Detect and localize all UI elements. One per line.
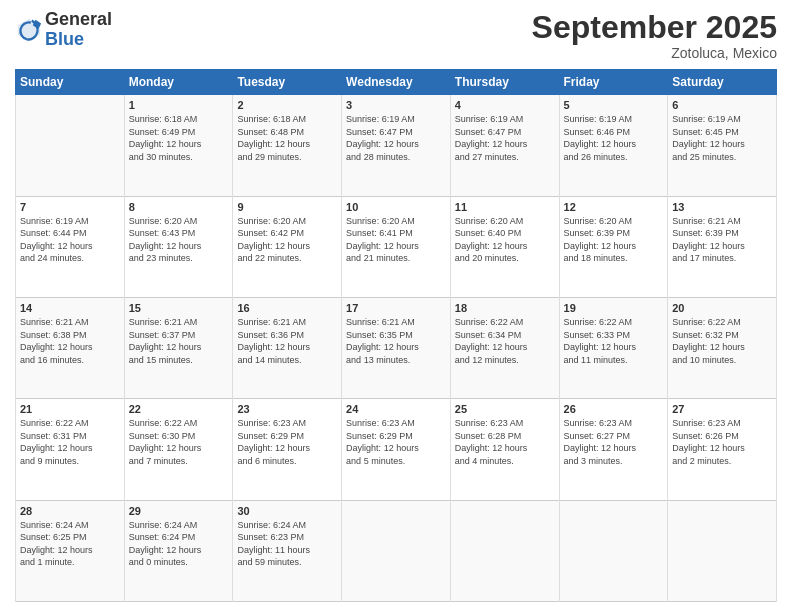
calendar-cell: 22Sunrise: 6:22 AMSunset: 6:30 PMDayligh…: [124, 399, 233, 500]
page: General Blue September 2025 Zotoluca, Me…: [0, 0, 792, 612]
cell-content: Sunrise: 6:23 AMSunset: 6:29 PMDaylight:…: [346, 417, 446, 467]
cell-content: Sunrise: 6:22 AMSunset: 6:34 PMDaylight:…: [455, 316, 555, 366]
calendar-cell: 7Sunrise: 6:19 AMSunset: 6:44 PMDaylight…: [16, 196, 125, 297]
cell-content: Sunrise: 6:21 AMSunset: 6:36 PMDaylight:…: [237, 316, 337, 366]
calendar-cell: 13Sunrise: 6:21 AMSunset: 6:39 PMDayligh…: [668, 196, 777, 297]
cell-content: Sunrise: 6:23 AMSunset: 6:29 PMDaylight:…: [237, 417, 337, 467]
cell-content: Sunrise: 6:19 AMSunset: 6:46 PMDaylight:…: [564, 113, 664, 163]
day-number: 8: [129, 201, 229, 213]
cell-content: Sunrise: 6:19 AMSunset: 6:45 PMDaylight:…: [672, 113, 772, 163]
day-number: 9: [237, 201, 337, 213]
calendar-cell: 23Sunrise: 6:23 AMSunset: 6:29 PMDayligh…: [233, 399, 342, 500]
header-cell-wednesday: Wednesday: [342, 70, 451, 95]
month-title: September 2025: [532, 10, 777, 45]
day-number: 13: [672, 201, 772, 213]
calendar-cell: 5Sunrise: 6:19 AMSunset: 6:46 PMDaylight…: [559, 95, 668, 196]
week-row-5: 28Sunrise: 6:24 AMSunset: 6:25 PMDayligh…: [16, 500, 777, 601]
cell-content: Sunrise: 6:22 AMSunset: 6:33 PMDaylight:…: [564, 316, 664, 366]
header-row: SundayMondayTuesdayWednesdayThursdayFrid…: [16, 70, 777, 95]
cell-content: Sunrise: 6:19 AMSunset: 6:44 PMDaylight:…: [20, 215, 120, 265]
calendar-cell: 12Sunrise: 6:20 AMSunset: 6:39 PMDayligh…: [559, 196, 668, 297]
calendar-cell: [450, 500, 559, 601]
day-number: 27: [672, 403, 772, 415]
day-number: 14: [20, 302, 120, 314]
calendar-cell: 9Sunrise: 6:20 AMSunset: 6:42 PMDaylight…: [233, 196, 342, 297]
day-number: 5: [564, 99, 664, 111]
day-number: 30: [237, 505, 337, 517]
day-number: 7: [20, 201, 120, 213]
calendar-cell: 27Sunrise: 6:23 AMSunset: 6:26 PMDayligh…: [668, 399, 777, 500]
header-cell-saturday: Saturday: [668, 70, 777, 95]
day-number: 17: [346, 302, 446, 314]
calendar-cell: 3Sunrise: 6:19 AMSunset: 6:47 PMDaylight…: [342, 95, 451, 196]
cell-content: Sunrise: 6:24 AMSunset: 6:23 PMDaylight:…: [237, 519, 337, 569]
header-cell-sunday: Sunday: [16, 70, 125, 95]
day-number: 10: [346, 201, 446, 213]
calendar-cell: 17Sunrise: 6:21 AMSunset: 6:35 PMDayligh…: [342, 297, 451, 398]
day-number: 1: [129, 99, 229, 111]
calendar-cell: 24Sunrise: 6:23 AMSunset: 6:29 PMDayligh…: [342, 399, 451, 500]
logo: General Blue: [15, 10, 112, 50]
cell-content: Sunrise: 6:19 AMSunset: 6:47 PMDaylight:…: [455, 113, 555, 163]
day-number: 18: [455, 302, 555, 314]
calendar-cell: 16Sunrise: 6:21 AMSunset: 6:36 PMDayligh…: [233, 297, 342, 398]
calendar-cell: 25Sunrise: 6:23 AMSunset: 6:28 PMDayligh…: [450, 399, 559, 500]
logo-icon: [15, 16, 43, 44]
cell-content: Sunrise: 6:21 AMSunset: 6:37 PMDaylight:…: [129, 316, 229, 366]
location: Zotoluca, Mexico: [532, 45, 777, 61]
week-row-2: 7Sunrise: 6:19 AMSunset: 6:44 PMDaylight…: [16, 196, 777, 297]
day-number: 29: [129, 505, 229, 517]
calendar-cell: 4Sunrise: 6:19 AMSunset: 6:47 PMDaylight…: [450, 95, 559, 196]
cell-content: Sunrise: 6:20 AMSunset: 6:41 PMDaylight:…: [346, 215, 446, 265]
cell-content: Sunrise: 6:23 AMSunset: 6:26 PMDaylight:…: [672, 417, 772, 467]
cell-content: Sunrise: 6:22 AMSunset: 6:32 PMDaylight:…: [672, 316, 772, 366]
day-number: 4: [455, 99, 555, 111]
day-number: 20: [672, 302, 772, 314]
cell-content: Sunrise: 6:21 AMSunset: 6:38 PMDaylight:…: [20, 316, 120, 366]
day-number: 25: [455, 403, 555, 415]
day-number: 3: [346, 99, 446, 111]
cell-content: Sunrise: 6:20 AMSunset: 6:40 PMDaylight:…: [455, 215, 555, 265]
cell-content: Sunrise: 6:22 AMSunset: 6:30 PMDaylight:…: [129, 417, 229, 467]
calendar-cell: 6Sunrise: 6:19 AMSunset: 6:45 PMDaylight…: [668, 95, 777, 196]
cell-content: Sunrise: 6:21 AMSunset: 6:39 PMDaylight:…: [672, 215, 772, 265]
day-number: 21: [20, 403, 120, 415]
calendar-cell: 10Sunrise: 6:20 AMSunset: 6:41 PMDayligh…: [342, 196, 451, 297]
calendar-cell: 26Sunrise: 6:23 AMSunset: 6:27 PMDayligh…: [559, 399, 668, 500]
calendar-cell: 20Sunrise: 6:22 AMSunset: 6:32 PMDayligh…: [668, 297, 777, 398]
calendar-header: SundayMondayTuesdayWednesdayThursdayFrid…: [16, 70, 777, 95]
header-cell-thursday: Thursday: [450, 70, 559, 95]
header-cell-monday: Monday: [124, 70, 233, 95]
day-number: 15: [129, 302, 229, 314]
day-number: 22: [129, 403, 229, 415]
calendar-cell: 14Sunrise: 6:21 AMSunset: 6:38 PMDayligh…: [16, 297, 125, 398]
day-number: 24: [346, 403, 446, 415]
day-number: 2: [237, 99, 337, 111]
calendar-cell: 29Sunrise: 6:24 AMSunset: 6:24 PMDayligh…: [124, 500, 233, 601]
calendar-cell: 2Sunrise: 6:18 AMSunset: 6:48 PMDaylight…: [233, 95, 342, 196]
calendar-cell: 28Sunrise: 6:24 AMSunset: 6:25 PMDayligh…: [16, 500, 125, 601]
calendar-cell: 11Sunrise: 6:20 AMSunset: 6:40 PMDayligh…: [450, 196, 559, 297]
calendar-cell: 19Sunrise: 6:22 AMSunset: 6:33 PMDayligh…: [559, 297, 668, 398]
day-number: 23: [237, 403, 337, 415]
logo-general: General: [45, 9, 112, 29]
week-row-1: 1Sunrise: 6:18 AMSunset: 6:49 PMDaylight…: [16, 95, 777, 196]
cell-content: Sunrise: 6:22 AMSunset: 6:31 PMDaylight:…: [20, 417, 120, 467]
cell-content: Sunrise: 6:24 AMSunset: 6:24 PMDaylight:…: [129, 519, 229, 569]
cell-content: Sunrise: 6:23 AMSunset: 6:27 PMDaylight:…: [564, 417, 664, 467]
title-block: September 2025 Zotoluca, Mexico: [532, 10, 777, 61]
header-cell-friday: Friday: [559, 70, 668, 95]
calendar-cell: [668, 500, 777, 601]
cell-content: Sunrise: 6:19 AMSunset: 6:47 PMDaylight:…: [346, 113, 446, 163]
day-number: 16: [237, 302, 337, 314]
day-number: 28: [20, 505, 120, 517]
calendar-cell: 15Sunrise: 6:21 AMSunset: 6:37 PMDayligh…: [124, 297, 233, 398]
cell-content: Sunrise: 6:20 AMSunset: 6:39 PMDaylight:…: [564, 215, 664, 265]
cell-content: Sunrise: 6:23 AMSunset: 6:28 PMDaylight:…: [455, 417, 555, 467]
calendar-cell: 21Sunrise: 6:22 AMSunset: 6:31 PMDayligh…: [16, 399, 125, 500]
cell-content: Sunrise: 6:21 AMSunset: 6:35 PMDaylight:…: [346, 316, 446, 366]
header-cell-tuesday: Tuesday: [233, 70, 342, 95]
week-row-4: 21Sunrise: 6:22 AMSunset: 6:31 PMDayligh…: [16, 399, 777, 500]
calendar-cell: 18Sunrise: 6:22 AMSunset: 6:34 PMDayligh…: [450, 297, 559, 398]
cell-content: Sunrise: 6:18 AMSunset: 6:48 PMDaylight:…: [237, 113, 337, 163]
